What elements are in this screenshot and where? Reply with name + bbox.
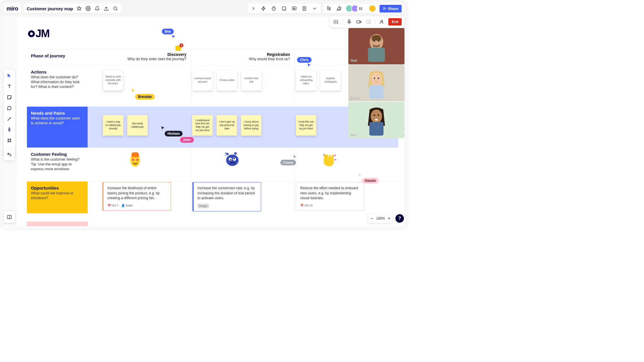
bolt-icon[interactable] [260, 5, 267, 12]
svg-point-19 [371, 110, 382, 123]
miro-logo[interactable]: miro [7, 5, 18, 12]
actions-group [247, 4, 321, 13]
cursor-natalie: Natalie [362, 178, 379, 184]
zoom-in[interactable]: + [388, 216, 390, 221]
row-opps-label[interactable]: Opportunities [31, 186, 84, 190]
share-button[interactable]: Share [380, 5, 402, 12]
undo-bar [4, 149, 15, 160]
avatars[interactable]: 12 [346, 5, 364, 12]
video-bea[interactable]: Bea [348, 102, 404, 138]
svg-point-33 [226, 153, 228, 155]
phase-discovery-title[interactable]: Discovery [92, 52, 187, 57]
svg-point-21 [374, 115, 375, 116]
screenshare-icon[interactable] [365, 19, 372, 25]
cursor-icon[interactable] [326, 5, 332, 12]
sticky-action[interactable]: Chose a plan [217, 70, 237, 90]
text-tool[interactable] [6, 83, 13, 90]
sticky-action[interactable]: Connect social account [192, 70, 213, 90]
sticky-action[interactable]: Watch an onboarding video. [296, 70, 316, 90]
sticky-need[interactable]: I want a way to collaborate visually [103, 115, 123, 136]
row-needs-label[interactable]: Needs and Pains [31, 111, 84, 115]
cursor-casey: Casey [280, 160, 296, 165]
canvas[interactable]: JM 4 Phase of journey Discovery Why do t… [17, 17, 404, 226]
cursor-bea: Bea [162, 29, 174, 34]
video-matt[interactable]: Matt [348, 28, 404, 64]
row-feeling-sub[interactable]: What is the customer feeling? Tip: Use t… [31, 157, 84, 172]
phase-registration-title[interactable]: Registration [196, 52, 290, 57]
cursor-john: John [180, 137, 194, 143]
svg-point-31 [234, 158, 235, 159]
facilitation-bar: End [330, 16, 404, 28]
emoji-confused[interactable]: ? [223, 151, 241, 171]
sticky-action[interactable]: Starts to work remotely with the team [103, 70, 123, 90]
svg-rect-12 [368, 48, 385, 62]
user-icon[interactable] [379, 19, 385, 25]
opportunity-card[interactable]: Reduce the effort needed to onboard new … [296, 182, 365, 211]
svg-point-22 [378, 115, 379, 116]
video-icon[interactable] [356, 19, 362, 25]
star-icon[interactable] [76, 5, 82, 12]
frame-tool[interactable] [6, 137, 13, 144]
mic-icon[interactable] [346, 19, 352, 25]
chevron-right-icon[interactable] [250, 5, 257, 12]
bell-icon[interactable] [94, 5, 100, 12]
emoji-wave[interactable] [320, 152, 337, 171]
cursor-hisham: Hisham [165, 131, 183, 136]
svg-point-15 [371, 73, 382, 86]
phase-registration-sub[interactable]: Why would they trust us? [196, 57, 290, 61]
select-tool[interactable] [6, 72, 13, 79]
svg-point-23 [375, 119, 378, 121]
sticky-need[interactable]: I understand how this can help me get my… [192, 115, 213, 136]
row-actions-sub[interactable]: What does the customer do? What informat… [31, 75, 84, 89]
undo-button[interactable] [6, 151, 13, 158]
sticky-action[interactable]: Confirm free trial [241, 70, 262, 90]
shape-tool[interactable] [6, 105, 13, 111]
phase-discovery-sub[interactable]: Why do they even start the journey? [92, 57, 187, 61]
board-title[interactable]: Customer journey map [27, 6, 73, 11]
row-phase-label[interactable]: Phase of journey [31, 53, 84, 58]
zoom-out[interactable]: − [370, 216, 373, 222]
row-actions-label[interactable]: Actions [31, 70, 84, 74]
panel-toggle[interactable] [4, 211, 15, 223]
svg-point-17 [374, 78, 375, 79]
title-group: Customer journey map [24, 4, 121, 13]
sticky-action[interactable]: Explore workspace [320, 70, 341, 90]
svg-point-26 [136, 159, 138, 161]
reactions-icon[interactable] [336, 5, 342, 12]
end-button[interactable]: End [388, 18, 402, 26]
opportunity-card[interactable]: Increase the likelihood of entire teams … [102, 182, 171, 211]
sticky-need[interactable]: I worry about having to pay before tryin… [241, 115, 261, 136]
timer-icon[interactable] [271, 5, 277, 12]
more-icon[interactable] [312, 5, 318, 12]
emoji-love[interactable] [127, 152, 143, 171]
svg-point-34 [234, 152, 237, 155]
settings-icon[interactable] [85, 5, 91, 12]
top-bar: miro Customer journey map 12 Share [4, 4, 404, 13]
help-button[interactable]: ? [395, 214, 404, 223]
zoom-level[interactable]: 100% [376, 216, 385, 220]
svg-point-6 [384, 7, 385, 9]
next-row[interactable] [27, 222, 88, 226]
svg-point-0 [87, 8, 89, 9]
sliders-icon[interactable] [333, 19, 339, 25]
sticky-need[interactable]: We rarely collaborate [127, 115, 148, 136]
board-heading[interactable]: JM [28, 28, 49, 40]
row-needs-sub[interactable]: What does the customer want to achieve o… [31, 116, 84, 126]
pen-tool[interactable] [6, 126, 13, 133]
opportunity-card[interactable]: Increase the conversion rate, e.g. by in… [192, 182, 261, 211]
frame-icon[interactable] [281, 5, 287, 12]
sticky-need[interactable]: I don't give up any personal data [217, 115, 237, 136]
line-tool[interactable] [6, 115, 13, 122]
notes-icon[interactable] [301, 5, 308, 12]
sticky-need[interactable]: I trust this can help me get my job done [296, 115, 316, 136]
export-icon[interactable] [103, 5, 109, 12]
row-opps-sub[interactable]: What could we improve or introduce? [31, 191, 84, 201]
video-sadie[interactable]: Sadie [348, 65, 404, 101]
svg-point-18 [378, 78, 379, 79]
row-feeling-label[interactable]: Customer Feeling [31, 152, 84, 157]
collab-group: 12 Share [323, 4, 404, 13]
sticky-tool[interactable] [6, 94, 13, 101]
present-icon[interactable] [291, 5, 297, 12]
search-icon[interactable] [112, 5, 118, 12]
cursor-chris: Chris [297, 57, 312, 63]
